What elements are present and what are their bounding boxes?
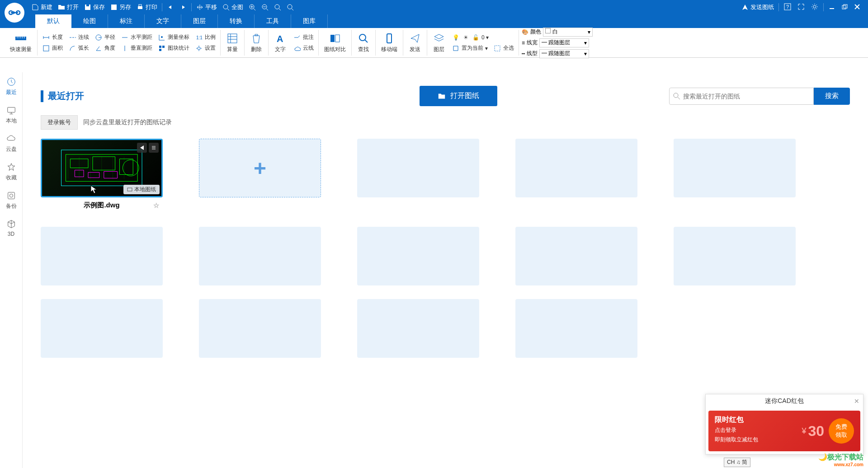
lock-icon: 🔓: [472, 33, 480, 42]
login-button[interactable]: 登录账号: [41, 115, 78, 130]
menu-icon[interactable]: [149, 143, 159, 153]
measure-vdist-button[interactable]: 垂直测距: [120, 43, 153, 53]
svg-point-23: [198, 47, 200, 50]
tab-draw[interactable]: 绘图: [71, 14, 108, 28]
measure-hdist-button[interactable]: 水平测距: [120, 33, 153, 42]
zoom-previous-button[interactable]: [284, 4, 297, 11]
ime-indicator: CH ♫ 简: [724, 458, 750, 467]
sidebar-item-local[interactable]: 本地: [0, 101, 22, 129]
svg-point-9: [288, 5, 292, 9]
zoom-out-button[interactable]: [259, 4, 271, 11]
layer-button[interactable]: 图层: [431, 31, 447, 54]
sidebar-item-recent[interactable]: 最近: [0, 72, 22, 101]
popup-line3: 即刻领取立减红包: [715, 436, 758, 444]
sidebar-item-3d[interactable]: 3D: [0, 215, 22, 242]
open-drawing-button[interactable]: 打开图纸: [420, 86, 497, 106]
svg-point-38: [123, 160, 139, 176]
saveas-button[interactable]: 另存: [108, 3, 134, 11]
zoom-in-button[interactable]: [246, 4, 259, 11]
lightbulb-icon: 💡: [452, 33, 460, 42]
tab-default[interactable]: 默认: [35, 14, 71, 28]
calc-button[interactable]: 算量: [224, 31, 241, 54]
empty-slot: [357, 227, 479, 285]
minimize-button[interactable]: [826, 3, 838, 12]
lineweight-select[interactable]: ━ 跟随图层▾: [539, 38, 589, 47]
search-button[interactable]: 搜索: [814, 88, 850, 105]
pan-button[interactable]: 平移: [193, 3, 220, 11]
new-button[interactable]: 新建: [29, 3, 55, 11]
close-button[interactable]: [851, 3, 863, 12]
quick-measure-button[interactable]: 快速测量: [8, 31, 33, 54]
measure-blockstat-button[interactable]: 图块统计: [157, 43, 190, 53]
empty-slot: [515, 139, 637, 197]
measure-coord-button[interactable]: 测量坐标: [157, 33, 190, 42]
cloud-button[interactable]: 云线: [292, 43, 315, 53]
delete-button[interactable]: 删除: [248, 31, 264, 54]
measure-angle-button[interactable]: 角度: [94, 43, 116, 53]
vdist-icon: [121, 44, 129, 52]
tab-tools[interactable]: 工具: [255, 14, 291, 28]
measure-length-button[interactable]: 长度: [41, 33, 64, 42]
send-button[interactable]: 发送: [407, 31, 423, 54]
search-input[interactable]: [669, 88, 814, 105]
tab-library[interactable]: 图库: [291, 14, 328, 28]
color-select[interactable]: 白▾: [543, 28, 593, 37]
sidebar-item-favorites[interactable]: 收藏: [0, 158, 22, 186]
measure-arclen-button[interactable]: 弧长: [67, 43, 90, 53]
fullscreen-button[interactable]: [794, 3, 808, 12]
send-drawing-button[interactable]: 发送图纸: [739, 3, 777, 11]
settings-button[interactable]: [808, 3, 821, 12]
tab-text[interactable]: 文字: [145, 14, 181, 28]
ribbon: 快速测量 长度 面积 连续 弧长 半径 角度 水平测距 垂直测距 测量坐标 图块…: [0, 28, 868, 58]
empty-slot: [41, 227, 163, 285]
svg-rect-29: [387, 34, 392, 43]
ruler-icon: [14, 32, 27, 45]
print-button[interactable]: 打印: [134, 3, 160, 11]
empty-slot: [41, 299, 163, 358]
popup-amount: 30: [808, 423, 824, 440]
zoom-fit-button[interactable]: 全图: [220, 3, 246, 11]
text-button[interactable]: A文字: [272, 31, 288, 54]
save-button[interactable]: 保存: [81, 3, 108, 11]
svg-point-35: [674, 93, 678, 98]
compare-button[interactable]: 图纸对比: [322, 31, 348, 54]
measure-radius-button[interactable]: 半径: [94, 33, 116, 42]
sidebar-item-cloud[interactable]: 云盘: [0, 129, 22, 158]
coord-icon: [158, 33, 166, 42]
share-icon[interactable]: [137, 143, 147, 153]
file-card[interactable]: 本地图纸: [41, 139, 163, 197]
ribbon-tabstrip: 默认 绘图 标注 文字 图层 转换 工具 图库: [0, 14, 868, 28]
gear-icon: [195, 44, 203, 52]
redo-button[interactable]: [177, 4, 189, 11]
sidebar-item-backup[interactable]: 备份: [0, 186, 22, 215]
setcurrent-button[interactable]: 置为当前▾: [451, 43, 489, 53]
claim-button[interactable]: 免费领取: [829, 418, 854, 444]
popup-close-icon[interactable]: ✕: [854, 398, 859, 405]
measure-settings-button[interactable]: 设置: [194, 43, 217, 53]
add-file-card[interactable]: +: [199, 139, 321, 197]
app-logo[interactable]: [5, 3, 24, 23]
help-button[interactable]: ?: [781, 3, 794, 12]
tab-convert[interactable]: 转换: [218, 14, 255, 28]
tab-annotate[interactable]: 标注: [108, 14, 145, 28]
maximize-button[interactable]: [838, 3, 851, 12]
find-button[interactable]: 查找: [355, 31, 372, 54]
measure-continuous-button[interactable]: 连续: [67, 33, 90, 42]
undo-button[interactable]: [164, 4, 177, 11]
favorite-star-icon[interactable]: ☆: [153, 201, 159, 210]
angle-icon: [94, 44, 103, 52]
measure-scale-button[interactable]: 1:1比例: [194, 33, 217, 42]
tab-layer[interactable]: 图层: [181, 14, 218, 28]
selectall-button[interactable]: 全选: [492, 43, 515, 53]
open-button[interactable]: 打开: [55, 3, 81, 11]
svg-rect-30: [495, 46, 500, 51]
svg-rect-19: [159, 46, 161, 48]
send-icon: [409, 32, 421, 45]
annotate-button[interactable]: 批注: [292, 33, 315, 42]
lineweight-icon: ≡: [522, 40, 525, 46]
mobile-button[interactable]: 移动端: [379, 31, 399, 54]
linetype-select[interactable]: ━ 跟随图层▾: [539, 49, 589, 58]
measure-area-button[interactable]: 面积: [41, 43, 64, 53]
layer-state-row[interactable]: 💡☀🔓0 ▾: [451, 33, 515, 42]
zoom-window-button[interactable]: [271, 4, 284, 11]
